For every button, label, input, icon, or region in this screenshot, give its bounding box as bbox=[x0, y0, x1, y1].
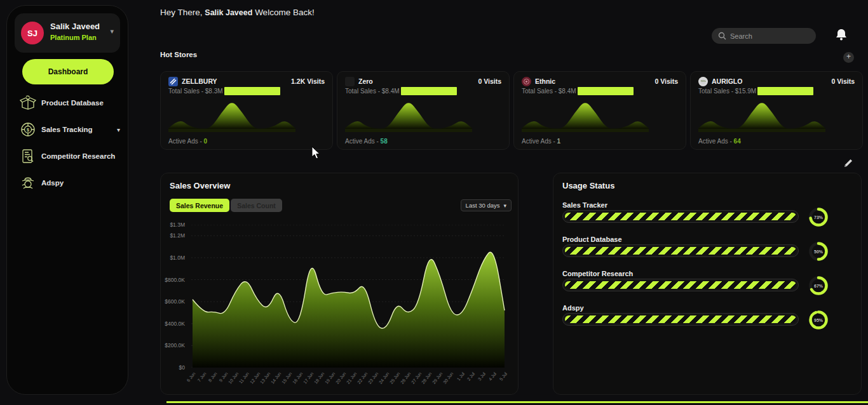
sidebar-item-label: Dashboard bbox=[48, 67, 88, 76]
usage-bar-stripes bbox=[565, 281, 796, 289]
date-range-dropdown[interactable]: Last 30 days ▾ bbox=[461, 199, 512, 211]
greeting-prefix: Hey There, bbox=[160, 8, 203, 17]
store-card-zellbury[interactable]: ZELLBURY 1.2K Visits Total Sales - $8.3M… bbox=[160, 71, 333, 150]
x-tick-label: 1 Jul bbox=[456, 371, 465, 382]
chevron-down-icon: ▾ bbox=[117, 126, 120, 133]
store-name: ZELLBURY bbox=[182, 77, 217, 85]
x-tick-label: 25 Jun bbox=[389, 371, 400, 385]
store-card-ethnic[interactable]: Ethnic 0 Visits Total Sales - $8.4M Acti… bbox=[513, 71, 686, 150]
ethnic-logo bbox=[522, 77, 531, 86]
sidebar-item-product-database[interactable]: Product Database bbox=[20, 91, 120, 115]
usage-ring-adspy: 95% bbox=[808, 309, 829, 331]
y-tick-label: $1.2M bbox=[170, 232, 185, 239]
x-tick-label: 2 Jul bbox=[466, 371, 476, 382]
store-card-header: Ethnic 0 Visits bbox=[522, 76, 678, 87]
x-tick-label: 14 Jun bbox=[270, 371, 281, 385]
store-total-sales: Total Sales - $8.4M bbox=[345, 87, 457, 95]
store-visits: 0 Visits bbox=[831, 77, 855, 85]
search-input[interactable] bbox=[730, 32, 800, 40]
usage-label-product-database: Product Database bbox=[562, 236, 622, 243]
tab-sales-count[interactable]: Sales Count bbox=[231, 199, 282, 212]
store-card-zero[interactable]: Zero 0 Visits Total Sales - $8.4M Active… bbox=[337, 71, 510, 150]
x-tick-label: 15 Jun bbox=[281, 371, 292, 385]
store-visits: 1.2K Visits bbox=[291, 77, 325, 85]
usage-status-panel: Usage Status Sales Tracker 73% Product D… bbox=[553, 173, 862, 395]
sidebar-item-sales-tracking[interactable]: $ Sales Tracking ▾ bbox=[20, 117, 120, 142]
sales-overview-title: Sales Overview bbox=[170, 181, 230, 190]
bottom-accent-line bbox=[166, 401, 868, 403]
avatar-initials: SJ bbox=[27, 29, 37, 38]
y-tick-label: $0 bbox=[179, 364, 185, 371]
date-range-value: Last 30 days bbox=[466, 202, 500, 209]
sidebar-item-label: Sales Tracking bbox=[41, 126, 93, 133]
store-visits: 0 Visits bbox=[478, 77, 501, 85]
y-tick-label: $200.0K bbox=[165, 342, 185, 349]
y-tick-label: $600.0K bbox=[165, 298, 185, 305]
store-total-sales: Total Sales - $8.4M bbox=[522, 87, 634, 95]
x-tick-label: 28 Jun bbox=[421, 371, 433, 385]
edit-pencil-icon[interactable] bbox=[843, 157, 854, 169]
x-tick-label: 3 Jul bbox=[477, 371, 487, 382]
store-card-auriglo[interactable]: AURIGLO 0 Visits Total Sales - $15.9M Ac… bbox=[690, 71, 863, 150]
usage-bar-adspy bbox=[562, 313, 799, 326]
x-tick-label: 18 Jun bbox=[313, 371, 325, 385]
active-ads-value: 64 bbox=[734, 138, 741, 145]
x-tick-label: 17 Jun bbox=[302, 371, 314, 385]
active-ads-label: Active Ads - bbox=[522, 138, 557, 145]
active-ads-value: 1 bbox=[557, 138, 561, 145]
greeting-text: Hey There, Salik Javeed Welcome Back! bbox=[160, 8, 315, 17]
avatar: SJ bbox=[21, 22, 44, 44]
total-sales-text: Total Sales - $8.3M bbox=[168, 88, 223, 95]
usage-bar-sales-tracker bbox=[562, 210, 799, 223]
x-tick-label: 21 Jun bbox=[346, 371, 357, 385]
sidebar-item-adspy[interactable]: Adspy bbox=[20, 171, 120, 195]
usage-bar-stripes bbox=[565, 213, 796, 220]
store-name: AURIGLO bbox=[712, 77, 742, 85]
x-tick-label: 23 Jun bbox=[367, 371, 379, 385]
x-tick-label: 6 Jun bbox=[186, 371, 196, 383]
sidebar-item-dashboard[interactable]: Dashboard bbox=[22, 59, 114, 84]
store-sparkline-chart bbox=[698, 96, 832, 133]
store-sparkline-chart bbox=[345, 96, 478, 133]
usage-ring-competitor-research: 67% bbox=[808, 275, 829, 296]
x-tick-label: 12 Jun bbox=[249, 371, 261, 385]
store-card-header: ZELLBURY 1.2K Visits bbox=[168, 76, 325, 87]
search-bar[interactable] bbox=[712, 28, 816, 44]
y-axis-labels: $1.3M$1.2M$1.0M$800.0K$600.0K$400.0K$200… bbox=[161, 225, 189, 368]
active-ads-value: 58 bbox=[381, 138, 388, 145]
tab-sales-revenue[interactable]: Sales Revenue bbox=[170, 199, 229, 212]
sidebar-item-competitor-research[interactable]: Competitor Research bbox=[20, 144, 120, 168]
search-icon bbox=[718, 32, 726, 40]
notification-bell-icon[interactable] bbox=[835, 28, 850, 43]
add-store-button[interactable]: + bbox=[843, 52, 854, 63]
profile-card[interactable]: SJ Salik Javeed Platinum Plan ▾ bbox=[15, 13, 120, 53]
x-tick-label: 24 Jun bbox=[378, 371, 390, 385]
package-icon bbox=[20, 95, 36, 111]
y-tick-label: $1.3M bbox=[170, 222, 185, 228]
store-active-ads: Active Ads - 58 bbox=[345, 138, 388, 145]
usage-bar-stripes bbox=[565, 315, 796, 323]
x-tick-label: 7 Jun bbox=[196, 371, 207, 383]
profile-name: Salik Javeed bbox=[50, 22, 100, 31]
research-document-icon bbox=[20, 148, 36, 164]
x-tick-label: 4 Jul bbox=[488, 371, 498, 382]
usage-status-title: Usage Status bbox=[562, 181, 614, 190]
store-sparkline-chart bbox=[168, 96, 302, 133]
usage-percent: 95% bbox=[814, 318, 824, 322]
store-active-ads: Active Ads - 0 bbox=[168, 138, 207, 145]
greeting-suffix: Welcome Back! bbox=[255, 8, 315, 17]
x-tick-label: 16 Jun bbox=[292, 371, 303, 385]
mouse-cursor bbox=[311, 146, 322, 163]
sidebar-item-label: Competitor Research bbox=[41, 152, 115, 160]
spy-icon bbox=[20, 175, 36, 191]
sidebar-item-label: Product Database bbox=[41, 99, 104, 107]
sales-overview-panel: Sales Overview Sales Revenue Sales Count… bbox=[160, 173, 519, 395]
total-sales-text: Total Sales - $15.9M bbox=[698, 88, 756, 95]
greeting-name: Salik Javeed bbox=[205, 8, 252, 17]
auriglo-logo bbox=[698, 77, 708, 86]
x-tick-label: 13 Jun bbox=[260, 371, 271, 385]
store-total-sales: Total Sales - $15.9M bbox=[698, 87, 813, 95]
store-active-ads: Active Ads - 64 bbox=[698, 138, 741, 145]
chart-tab-group: Sales Revenue Sales Count bbox=[170, 199, 282, 212]
usage-percent: 50% bbox=[814, 249, 824, 254]
